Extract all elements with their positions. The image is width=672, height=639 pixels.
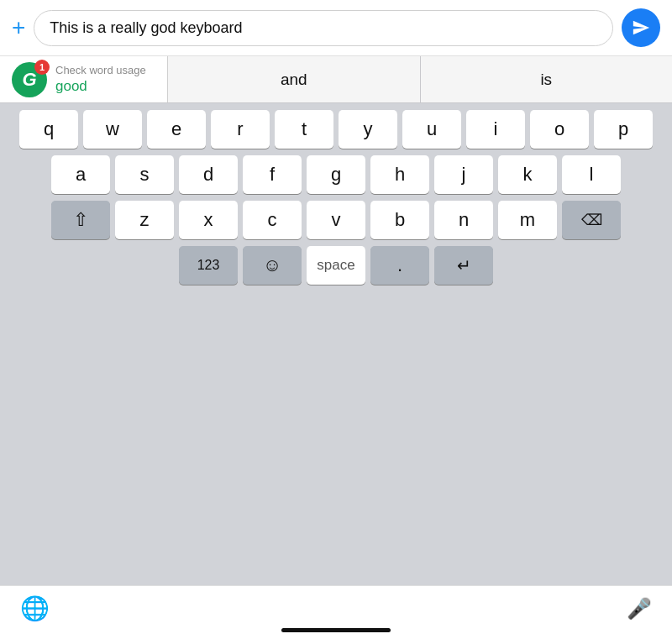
send-button[interactable] xyxy=(622,8,660,47)
space-key[interactable]: space xyxy=(307,246,365,285)
key-q[interactable]: q xyxy=(19,110,78,149)
top-bar: + xyxy=(0,0,672,56)
key-w[interactable]: w xyxy=(83,110,142,149)
shift-key[interactable]: ⇧ xyxy=(51,201,110,239)
key-d[interactable]: d xyxy=(179,155,238,194)
key-row-2: a s d f g h j k l xyxy=(3,155,669,194)
keyboard: q w e r t y u i o p a s d f g h j k l ⇧ … xyxy=(0,103,672,585)
suggestion-and[interactable]: and xyxy=(168,56,421,102)
key-m[interactable]: m xyxy=(498,201,557,239)
key-row-1: q w e r t y u i o p xyxy=(3,110,669,149)
period-key[interactable]: . xyxy=(370,246,429,285)
key-l[interactable]: l xyxy=(562,155,621,194)
key-r[interactable]: r xyxy=(211,110,270,149)
key-j[interactable]: j xyxy=(434,155,493,194)
key-n[interactable]: n xyxy=(434,201,493,239)
key-k[interactable]: k xyxy=(498,155,557,194)
key-i[interactable]: i xyxy=(466,110,525,149)
grammarly-label: Check word usage xyxy=(55,64,146,78)
suggestion-is[interactable]: is xyxy=(421,56,673,102)
key-p[interactable]: p xyxy=(594,110,653,149)
grammarly-logo: G 1 xyxy=(12,62,47,97)
key-e[interactable]: e xyxy=(147,110,206,149)
add-button[interactable]: + xyxy=(12,16,25,39)
message-input[interactable] xyxy=(34,10,613,46)
key-c[interactable]: c xyxy=(243,201,302,239)
suggestions-bar: G 1 Check word usage good and is xyxy=(0,56,672,103)
grammarly-text: Check word usage good xyxy=(55,64,146,95)
key-z[interactable]: z xyxy=(115,201,174,239)
key-f[interactable]: f xyxy=(243,155,302,194)
key-a[interactable]: a xyxy=(51,155,110,194)
key-s[interactable]: s xyxy=(115,155,174,194)
key-row-4: 123 ☺ space . ↵ xyxy=(3,246,669,285)
key-u[interactable]: u xyxy=(402,110,461,149)
emoji-key[interactable]: ☺ xyxy=(243,246,302,285)
key-h[interactable]: h xyxy=(370,155,429,194)
key-b[interactable]: b xyxy=(370,201,429,239)
mic-icon[interactable]: 🎤 xyxy=(627,597,652,621)
grammarly-suggestion[interactable]: G 1 Check word usage good xyxy=(0,56,168,102)
return-key[interactable]: ↵ xyxy=(434,246,493,285)
home-indicator xyxy=(281,628,391,632)
grammarly-badge: 1 xyxy=(34,60,50,75)
key-row-3: ⇧ z x c v b n m ⌫ xyxy=(3,201,669,239)
key-g[interactable]: g xyxy=(307,155,365,194)
key-o[interactable]: o xyxy=(530,110,589,149)
send-icon xyxy=(632,18,650,37)
numbers-key[interactable]: 123 xyxy=(179,246,238,285)
key-x[interactable]: x xyxy=(179,201,238,239)
key-t[interactable]: t xyxy=(275,110,333,149)
grammarly-value: good xyxy=(55,78,146,95)
key-v[interactable]: v xyxy=(307,201,365,239)
key-y[interactable]: y xyxy=(339,110,397,149)
globe-icon[interactable]: 🌐 xyxy=(20,594,50,622)
delete-key[interactable]: ⌫ xyxy=(562,201,621,239)
bottom-bar: 🌐 🎤 xyxy=(0,585,672,639)
